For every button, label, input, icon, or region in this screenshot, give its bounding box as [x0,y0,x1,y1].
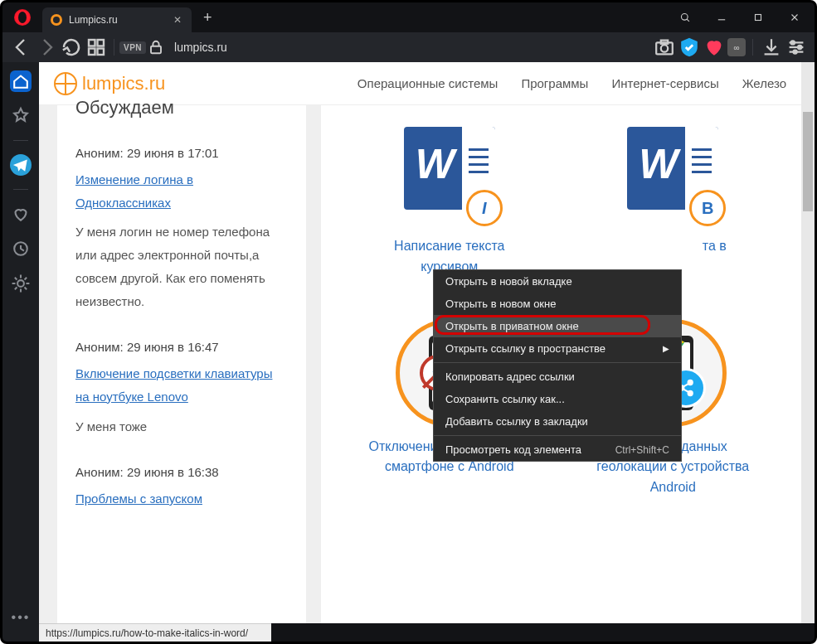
browser-tab[interactable]: Lumpics.ru ✕ [42,7,192,32]
ctx-shortcut: Ctrl+Shift+C [615,444,669,456]
ctx-open-in-workspace[interactable]: Открыть ссылку в пространстве▶ [434,337,681,360]
site-logo[interactable]: lumpics.ru [54,72,165,95]
opera-icon[interactable] [14,9,31,26]
comment-item: Аноним: 29 июня в 16:38 Проблемы с запус… [75,461,288,511]
svg-line-30 [683,383,689,386]
comment-meta: Аноним: 29 июня в 17:01 [75,142,288,165]
svg-rect-10 [151,46,161,53]
scrollbar[interactable] [801,62,815,623]
status-bar: https://lumpics.ru/how-to-make-italics-i… [39,623,271,642]
ctx-separator [434,435,681,436]
status-url: https://lumpics.ru/how-to-make-italics-i… [46,627,248,639]
svg-point-12 [661,45,668,51]
comment-item: Аноним: 29 июня в 16:47 Включение подсве… [75,336,288,438]
new-tab-button[interactable]: + [192,9,224,27]
reload-button[interactable] [59,35,84,60]
ctx-copy-link[interactable]: Копировать адрес ссылки [434,366,681,388]
rail-settings-icon[interactable] [10,273,32,294]
svg-line-1 [687,19,689,22]
logo-icon [54,72,77,95]
adblock-icon[interactable] [678,35,701,60]
svg-rect-7 [98,40,105,46]
ctx-save-link-as[interactable]: Сохранить ссылку как... [434,388,681,410]
svg-rect-9 [98,49,105,56]
titlebar: Lumpics.ru ✕ + [2,2,815,32]
chevron-right-icon: ▶ [663,344,669,353]
discuss-panel: Обсуждаем Аноним: 29 июня в 17:01 Измене… [57,105,306,623]
scrollbar-thumb[interactable] [803,112,813,211]
vpn-badge[interactable]: VPN [119,41,146,54]
badge-letter: I [466,190,503,226]
nav-services[interactable]: Интернет-сервисы [611,76,718,90]
logo-text: lumpics.ru [82,73,165,94]
rail-history-icon[interactable] [10,238,32,259]
close-tab-icon[interactable]: ✕ [170,14,185,26]
badge-letter: B [689,190,726,226]
svg-rect-6 [89,40,95,46]
minimize-button[interactable] [705,5,738,30]
panel-heading: Обсуждаем [75,97,288,119]
address-bar: VPN lumpics.ru ∞ [2,32,815,62]
heart-icon[interactable] [703,35,726,60]
svg-line-31 [683,389,689,392]
svg-rect-8 [89,49,95,56]
rail-home-icon[interactable] [10,70,32,92]
close-window-button[interactable] [778,5,811,30]
ctx-open-private-window[interactable]: Открыть в приватном окне [434,315,681,337]
article-card: I Написание текста курсивом [354,110,545,278]
comment-item: Аноним: 29 июня в 17:01 Изменение логина… [75,142,288,312]
ctx-open-new-tab[interactable]: Открыть в новой вкладке [434,270,681,293]
rail-telegram-icon[interactable] [10,154,32,176]
svg-point-18 [791,41,795,44]
favicon-icon [51,14,62,26]
rail-more-icon[interactable]: ••• [10,607,32,628]
svg-point-19 [798,46,801,49]
ctx-separator [434,362,681,363]
comment-body: У меня тоже [75,415,288,438]
search-icon[interactable] [669,5,702,30]
comment-meta: Аноним: 29 июня в 16:47 [75,336,288,359]
easy-setup-icon[interactable] [785,35,808,60]
comment-link[interactable]: Включение подсветки клавиатуры на ноутбу… [75,366,272,404]
rail-heart-icon[interactable] [10,203,32,225]
nav-hardware[interactable]: Железо [742,76,786,90]
maximize-button[interactable] [742,5,775,30]
svg-rect-3 [756,15,761,21]
svg-point-20 [794,51,797,54]
extension-icon[interactable]: ∞ [727,38,746,56]
downloads-icon[interactable] [760,35,783,60]
comment-link[interactable]: Проблемы с запуском [75,491,202,506]
comment-link[interactable]: Изменение логина в Одноклассниках [75,172,193,210]
svg-point-0 [681,13,688,20]
main-nav: Операционные системы Программы Интернет-… [357,76,786,90]
nav-os[interactable]: Операционные системы [357,76,498,90]
context-menu: Открыть в новой вкладке Открыть в новом … [433,269,682,462]
snapshot-icon[interactable] [653,35,676,60]
url-text[interactable]: lumpics.ru [174,41,653,54]
comment-body: У меня логин не номер телефона или адрес… [75,220,288,312]
tab-title: Lumpics.ru [69,14,170,26]
rail-bookmark-icon[interactable] [10,105,32,127]
sidebar-rail: ••• [2,62,39,642]
comment-meta: Аноним: 29 июня в 16:38 [75,461,288,484]
ctx-bookmark-link[interactable]: Добавить ссылку в закладки [434,410,681,433]
back-button[interactable] [9,35,34,60]
article-card: B та в [578,110,769,278]
svg-point-22 [17,280,24,287]
article-link[interactable]: та в [703,236,727,257]
lock-icon[interactable] [146,35,166,60]
ctx-open-new-window[interactable]: Открыть в новом окне [434,293,681,315]
forward-button[interactable] [34,35,59,60]
nav-programs[interactable]: Программы [521,76,588,90]
speed-dial-icon[interactable] [84,35,109,60]
ctx-inspect-element[interactable]: Просмотреть код элементаCtrl+Shift+C [434,438,681,461]
